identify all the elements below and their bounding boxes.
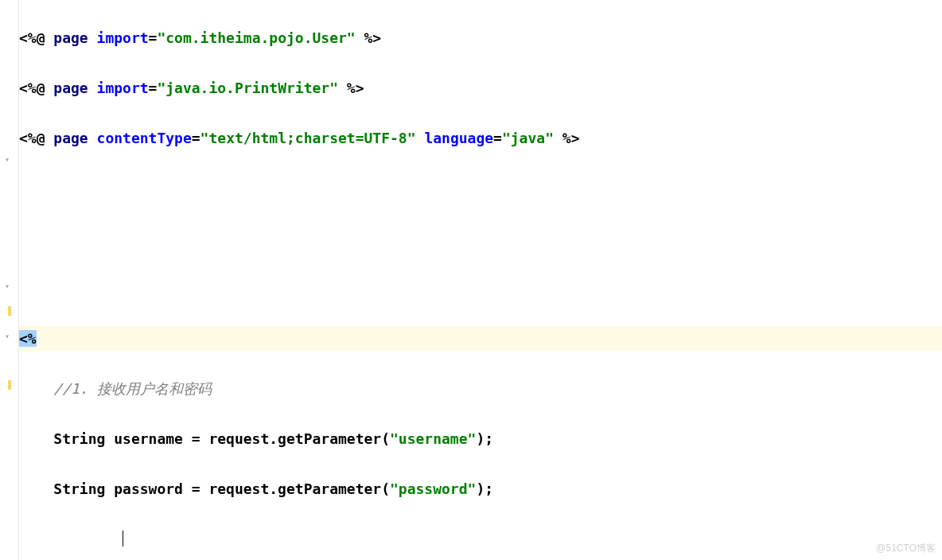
code-line: [19, 176, 942, 201]
change-marker: [8, 380, 11, 390]
change-marker: [8, 306, 11, 316]
code-line: String username = request.getParameter("…: [19, 426, 942, 452]
code-line: <%@ page contentType="text/html;charset=…: [19, 126, 942, 151]
code-line: [19, 226, 942, 251]
code-content[interactable]: <%@ page import="com.itheima.pojo.User" …: [19, 0, 942, 560]
code-line-active: <%: [19, 326, 942, 352]
fold-icon[interactable]: ▾: [5, 332, 14, 342]
gutter: ▾ ▾ ▾: [0, 0, 19, 560]
text-cursor: [123, 531, 123, 546]
watermark: @51CTO博客: [876, 542, 936, 555]
code-line: String password = request.getParameter("…: [19, 476, 942, 502]
fold-icon[interactable]: ▾: [5, 156, 14, 165]
code-editor[interactable]: ▾ ▾ ▾ <%@ page import="com.itheima.pojo.…: [0, 0, 942, 560]
code-line: <%@ page import="com.itheima.pojo.User" …: [19, 25, 942, 51]
code-line: [19, 276, 942, 301]
fold-icon[interactable]: ▾: [5, 282, 14, 292]
code-line: //1. 接收用户名和密码: [19, 376, 942, 402]
code-line: <%@ page import="java.io.PrintWriter" %>: [19, 76, 942, 101]
code-line: [19, 527, 942, 552]
